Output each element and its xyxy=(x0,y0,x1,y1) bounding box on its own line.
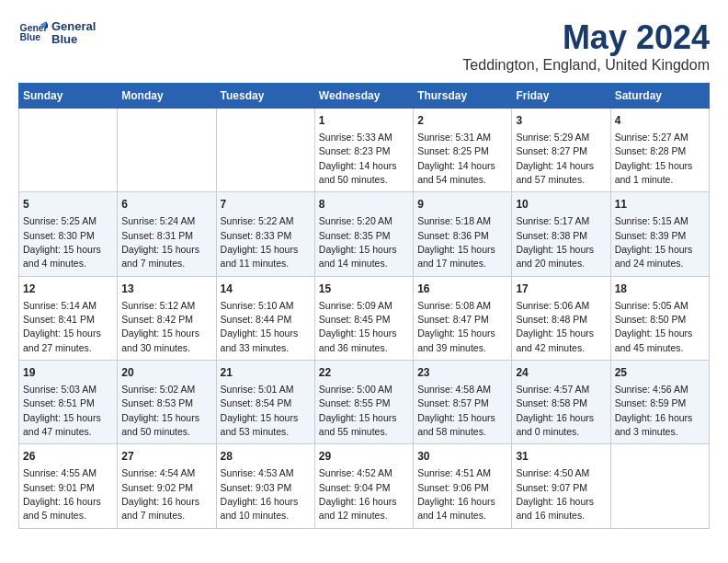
weekday-header-friday: Friday xyxy=(512,84,610,109)
day-info: Sunrise: 5:00 AM Sunset: 8:55 PM Dayligh… xyxy=(319,384,397,437)
logo-icon: General Blue xyxy=(18,18,48,48)
day-number: 10 xyxy=(516,197,606,213)
calendar-cell: 14Sunrise: 5:10 AM Sunset: 8:44 PM Dayli… xyxy=(216,276,314,360)
weekday-header-monday: Monday xyxy=(118,84,216,109)
day-number: 31 xyxy=(516,449,606,465)
day-info: Sunrise: 4:50 AM Sunset: 9:07 PM Dayligh… xyxy=(516,467,594,521)
day-info: Sunrise: 5:08 AM Sunset: 8:47 PM Dayligh… xyxy=(417,300,495,353)
weekday-header-saturday: Saturday xyxy=(610,84,709,109)
calendar-cell: 1Sunrise: 5:33 AM Sunset: 8:23 PM Daylig… xyxy=(314,109,413,192)
calendar-cell: 31Sunrise: 4:50 AM Sunset: 9:07 PM Dayli… xyxy=(512,444,610,528)
day-number: 6 xyxy=(121,197,211,213)
day-number: 25 xyxy=(615,365,705,381)
day-info: Sunrise: 4:54 AM Sunset: 9:02 PM Dayligh… xyxy=(121,467,199,521)
calendar-cell: 12Sunrise: 5:14 AM Sunset: 8:41 PM Dayli… xyxy=(19,276,118,360)
day-info: Sunrise: 5:10 AM Sunset: 8:44 PM Dayligh… xyxy=(221,300,299,353)
calendar-cell: 17Sunrise: 5:06 AM Sunset: 8:48 PM Dayli… xyxy=(512,276,610,360)
calendar-cell: 13Sunrise: 5:12 AM Sunset: 8:42 PM Dayli… xyxy=(118,276,216,360)
calendar-cell: 22Sunrise: 5:00 AM Sunset: 8:55 PM Dayli… xyxy=(314,361,413,444)
title-block: May 2024 Teddington, England, United Kin… xyxy=(462,18,710,74)
calendar-cell: 27Sunrise: 4:54 AM Sunset: 9:02 PM Dayli… xyxy=(118,444,216,528)
day-info: Sunrise: 4:52 AM Sunset: 9:04 PM Dayligh… xyxy=(319,467,397,521)
day-info: Sunrise: 5:15 AM Sunset: 8:39 PM Dayligh… xyxy=(615,215,693,269)
calendar-cell xyxy=(610,444,709,528)
day-info: Sunrise: 5:22 AM Sunset: 8:33 PM Dayligh… xyxy=(221,215,299,269)
day-info: Sunrise: 5:27 AM Sunset: 8:28 PM Dayligh… xyxy=(615,132,693,185)
day-number: 2 xyxy=(417,113,507,129)
day-number: 26 xyxy=(23,449,113,465)
day-info: Sunrise: 5:18 AM Sunset: 8:36 PM Dayligh… xyxy=(417,215,495,269)
day-info: Sunrise: 4:55 AM Sunset: 9:01 PM Dayligh… xyxy=(23,467,101,521)
day-number: 23 xyxy=(417,365,507,381)
day-number: 19 xyxy=(23,365,113,381)
day-number: 11 xyxy=(615,197,705,213)
day-info: Sunrise: 5:01 AM Sunset: 8:54 PM Dayligh… xyxy=(221,384,299,437)
day-number: 28 xyxy=(221,449,311,465)
day-number: 21 xyxy=(221,365,311,381)
week-row-5: 26Sunrise: 4:55 AM Sunset: 9:01 PM Dayli… xyxy=(19,444,710,528)
calendar-cell xyxy=(19,109,118,192)
day-info: Sunrise: 5:14 AM Sunset: 8:41 PM Dayligh… xyxy=(23,300,101,353)
calendar-cell: 21Sunrise: 5:01 AM Sunset: 8:54 PM Dayli… xyxy=(216,361,314,444)
calendar-cell: 20Sunrise: 5:02 AM Sunset: 8:53 PM Dayli… xyxy=(118,361,216,444)
subtitle: Teddington, England, United Kingdom xyxy=(462,57,710,74)
weekday-header-row: SundayMondayTuesdayWednesdayThursdayFrid… xyxy=(19,84,710,109)
calendar-cell: 24Sunrise: 4:57 AM Sunset: 8:58 PM Dayli… xyxy=(512,361,610,444)
day-info: Sunrise: 5:29 AM Sunset: 8:27 PM Dayligh… xyxy=(516,132,594,185)
day-info: Sunrise: 4:57 AM Sunset: 8:58 PM Dayligh… xyxy=(516,384,594,437)
logo-line2: Blue xyxy=(51,33,96,46)
calendar-cell: 11Sunrise: 5:15 AM Sunset: 8:39 PM Dayli… xyxy=(610,192,709,276)
calendar-cell: 28Sunrise: 4:53 AM Sunset: 9:03 PM Dayli… xyxy=(216,444,314,528)
week-row-1: 1Sunrise: 5:33 AM Sunset: 8:23 PM Daylig… xyxy=(19,109,710,192)
day-number: 13 xyxy=(121,282,211,297)
day-number: 5 xyxy=(23,197,113,213)
day-number: 29 xyxy=(319,449,409,465)
calendar-table: SundayMondayTuesdayWednesdayThursdayFrid… xyxy=(18,83,710,529)
page-header: General Blue General Blue May 2024 Teddi… xyxy=(18,18,710,74)
day-number: 4 xyxy=(615,113,705,129)
logo-text: General Blue xyxy=(51,20,96,47)
calendar-cell: 30Sunrise: 4:51 AM Sunset: 9:06 PM Dayli… xyxy=(414,444,512,528)
day-info: Sunrise: 5:03 AM Sunset: 8:51 PM Dayligh… xyxy=(23,384,101,437)
weekday-header-tuesday: Tuesday xyxy=(216,84,314,109)
calendar-cell: 29Sunrise: 4:52 AM Sunset: 9:04 PM Dayli… xyxy=(314,444,413,528)
day-info: Sunrise: 4:53 AM Sunset: 9:03 PM Dayligh… xyxy=(221,467,299,521)
day-number: 8 xyxy=(319,197,409,213)
week-row-2: 5Sunrise: 5:25 AM Sunset: 8:30 PM Daylig… xyxy=(19,192,710,276)
main-title: May 2024 xyxy=(462,18,710,57)
calendar-cell: 25Sunrise: 4:56 AM Sunset: 8:59 PM Dayli… xyxy=(610,361,709,444)
day-info: Sunrise: 5:33 AM Sunset: 8:23 PM Dayligh… xyxy=(319,132,397,185)
calendar-cell: 6Sunrise: 5:24 AM Sunset: 8:31 PM Daylig… xyxy=(118,192,216,276)
calendar-cell: 2Sunrise: 5:31 AM Sunset: 8:25 PM Daylig… xyxy=(414,109,512,192)
day-info: Sunrise: 5:25 AM Sunset: 8:30 PM Dayligh… xyxy=(23,215,101,269)
day-number: 24 xyxy=(516,365,606,381)
calendar-cell: 7Sunrise: 5:22 AM Sunset: 8:33 PM Daylig… xyxy=(216,192,314,276)
calendar-cell: 26Sunrise: 4:55 AM Sunset: 9:01 PM Dayli… xyxy=(19,444,118,528)
day-info: Sunrise: 4:56 AM Sunset: 8:59 PM Dayligh… xyxy=(615,384,693,437)
day-number: 3 xyxy=(516,113,606,129)
day-info: Sunrise: 5:31 AM Sunset: 8:25 PM Dayligh… xyxy=(417,132,495,185)
day-number: 17 xyxy=(516,282,606,297)
calendar-cell: 5Sunrise: 5:25 AM Sunset: 8:30 PM Daylig… xyxy=(19,192,118,276)
calendar-cell: 19Sunrise: 5:03 AM Sunset: 8:51 PM Dayli… xyxy=(19,361,118,444)
calendar-cell: 9Sunrise: 5:18 AM Sunset: 8:36 PM Daylig… xyxy=(414,192,512,276)
day-number: 30 xyxy=(417,449,507,465)
weekday-header-wednesday: Wednesday xyxy=(314,84,413,109)
logo: General Blue General Blue xyxy=(18,18,96,48)
calendar-cell: 8Sunrise: 5:20 AM Sunset: 8:35 PM Daylig… xyxy=(314,192,413,276)
day-number: 22 xyxy=(319,365,409,381)
day-number: 16 xyxy=(417,282,507,297)
calendar-cell: 4Sunrise: 5:27 AM Sunset: 8:28 PM Daylig… xyxy=(610,109,709,192)
day-number: 9 xyxy=(417,197,507,213)
week-row-3: 12Sunrise: 5:14 AM Sunset: 8:41 PM Dayli… xyxy=(19,276,710,360)
day-number: 20 xyxy=(121,365,211,381)
day-info: Sunrise: 4:58 AM Sunset: 8:57 PM Dayligh… xyxy=(417,384,495,437)
day-info: Sunrise: 4:51 AM Sunset: 9:06 PM Dayligh… xyxy=(417,467,495,521)
day-info: Sunrise: 5:02 AM Sunset: 8:53 PM Dayligh… xyxy=(121,384,199,437)
day-info: Sunrise: 5:09 AM Sunset: 8:45 PM Dayligh… xyxy=(319,300,397,353)
calendar-cell: 16Sunrise: 5:08 AM Sunset: 8:47 PM Dayli… xyxy=(414,276,512,360)
calendar-cell xyxy=(118,109,216,192)
day-info: Sunrise: 5:20 AM Sunset: 8:35 PM Dayligh… xyxy=(319,215,397,269)
day-number: 1 xyxy=(319,113,409,129)
svg-text:Blue: Blue xyxy=(20,32,41,42)
